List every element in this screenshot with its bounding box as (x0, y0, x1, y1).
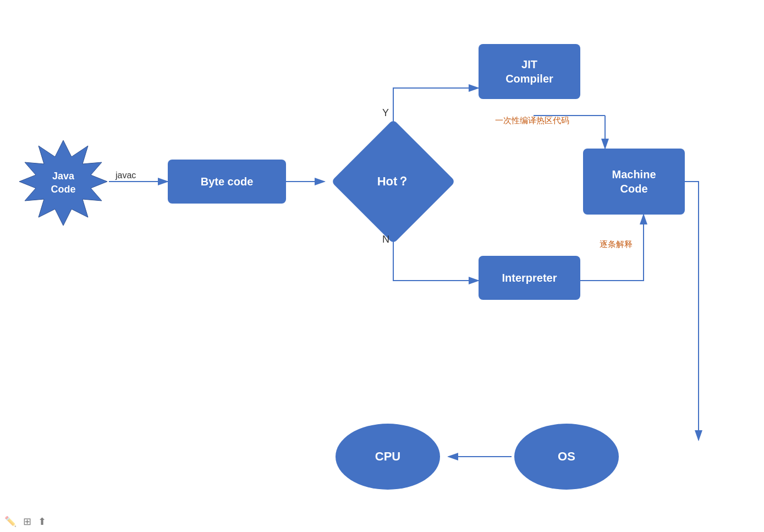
yes-label: Y (382, 107, 389, 119)
interpreter-node: Interpreter (479, 256, 580, 300)
interp-note-label: 逐条解释 (600, 239, 633, 250)
jit-note-label: 一次性编译热区代码 (495, 116, 569, 126)
no-label: N (382, 234, 389, 245)
java-code-label: Java Code (51, 170, 76, 196)
javac-label: javac (116, 171, 136, 180)
grid-icon[interactable]: ⊞ (23, 515, 31, 528)
diagram: Java Code javac Byte code Hot？ Y N JIT C… (0, 0, 764, 532)
jit-compiler-node: JIT Compiler (479, 44, 580, 99)
java-code-node: Java Code (17, 138, 110, 228)
byte-code-node: Byte code (168, 160, 286, 204)
hot-decision-label: Hot？ (377, 173, 410, 190)
hot-decision-node: Hot？ (325, 138, 462, 226)
export-icon[interactable]: ⬆ (38, 515, 46, 528)
toolbar: ✏️ ⊞ ⬆ (4, 515, 46, 528)
pencil-icon[interactable]: ✏️ (4, 515, 17, 528)
os-node: OS (514, 424, 619, 490)
machine-code-node: Machine Code (583, 149, 685, 215)
cpu-node: CPU (336, 424, 440, 490)
